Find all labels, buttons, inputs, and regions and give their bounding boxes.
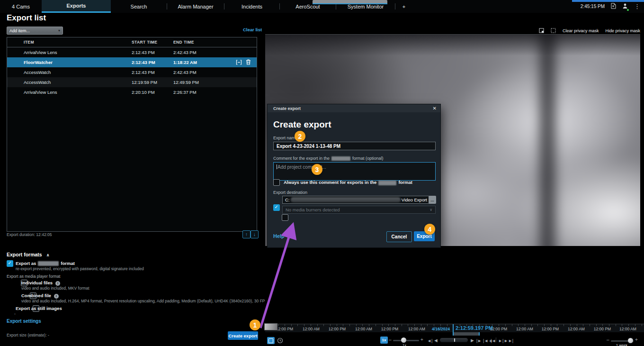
timeline-tick-label: 12:00 AM [516, 327, 533, 331]
timeline-tick-label: 12:00 PM [329, 327, 346, 331]
overflow-menu-icon[interactable]: ⋮ [634, 4, 640, 9]
table-row[interactable]: ArrivalView Lens 2:20:10 PM 2:26:37 PM [7, 87, 257, 97]
column-header-end[interactable]: END TIME [173, 40, 194, 45]
add-item-dropdown[interactable]: Add item... ▾ [7, 27, 63, 35]
tab-label: Exports [67, 3, 86, 9]
playback-speed-button[interactable]: 1x [380, 337, 388, 344]
individual-files-text: Individual files [21, 280, 53, 285]
info-icon[interactable]: i [54, 294, 59, 299]
timeline-tick-label: 12:00 PM [381, 327, 398, 331]
tab-label: AeroScout [295, 4, 320, 9]
notification-bar-edge [572, 0, 644, 2]
table-row[interactable]: AccessWatch 12:19:59 PM 12:49:59 PM [7, 77, 257, 87]
create-export-dialog: Create export ✕ Create export Export nam… [268, 104, 440, 247]
edit-time-span-icon[interactable] [236, 60, 242, 66]
table-row[interactable]: AccessWatch 2:12:43 PM 2:42:43 PM [7, 67, 257, 77]
comment-label-post: format (optional) [352, 156, 384, 161]
tab-exports[interactable]: Exports [42, 0, 111, 13]
destination-path-prefix: C: [285, 197, 290, 202]
speed-minus-icon[interactable]: – [389, 337, 392, 342]
destination-path-checkbox[interactable] [273, 204, 280, 211]
export-status-icon[interactable] [610, 2, 617, 11]
clear-list-link[interactable]: Clear list [243, 27, 262, 32]
row-end-cell: 2:42:43 PM [173, 50, 197, 55]
dialog-titlebar[interactable]: Create export ✕ [268, 104, 440, 112]
timeline-tick-label: 12:00 AM [303, 327, 320, 331]
help-link[interactable]: Help [273, 233, 285, 239]
comment-label: Comment for the export in theformat (opt… [273, 156, 384, 161]
next-frame-button[interactable]: |► [476, 338, 482, 343]
always-label-post: format [398, 180, 412, 185]
speed-slider-knob[interactable] [401, 337, 406, 343]
move-item-up-button[interactable]: ↑ [242, 230, 250, 238]
timeline-view-toggle-button[interactable] [267, 337, 275, 344]
draw-privacy-mask-icon[interactable] [539, 27, 544, 35]
still-images-desc: - [14, 311, 16, 316]
export-formats-header[interactable]: Export formats ∧ [7, 252, 50, 257]
create-export-button[interactable]: Create export [228, 331, 258, 340]
cancel-button[interactable]: Cancel [386, 231, 412, 242]
tab-alarm-manager[interactable]: Alarm Manager [167, 0, 224, 13]
row-end-cell: 2:42:43 PM [173, 70, 197, 75]
plus-icon: + [402, 4, 405, 9]
timeline-zoom-slider-knob[interactable] [628, 338, 633, 343]
row-start-cell: 2:12:43 PM [132, 70, 155, 75]
dialog-heading: Create export [273, 119, 331, 130]
hide-privacy-mask-button[interactable]: Hide privacy mask [605, 28, 640, 33]
tab-incidents[interactable]: Incidents [224, 0, 279, 13]
info-icon[interactable]: i [55, 281, 60, 286]
delete-item-icon[interactable] [246, 59, 251, 66]
user-profile-icon[interactable] [622, 2, 628, 11]
timeline-selection-bracket[interactable] [453, 332, 480, 336]
next-sequence-button[interactable]: ►| [498, 338, 503, 343]
erase-privacy-mask-icon[interactable] [551, 27, 556, 35]
tab-search[interactable]: Search [111, 0, 167, 13]
row-start-cell: 2:12:43 PM [132, 60, 155, 65]
export-duration-label: Export duration: 12:42:05 [7, 232, 52, 237]
export-name-input[interactable]: Export 4-23-2024 1-13-48 PM [273, 142, 436, 150]
timeline-tick-label: 12:00 AM [568, 327, 585, 331]
previous-sequence-button[interactable]: |◄ [491, 338, 496, 343]
speed-plus-icon[interactable]: + [420, 337, 423, 342]
browse-destination-button[interactable]: ... [429, 196, 436, 204]
column-header-item[interactable]: ITEM [24, 40, 34, 45]
redacted-format-name [378, 181, 396, 185]
timeline-zoom-in-icon[interactable]: + [635, 337, 638, 342]
column-header-start[interactable]: START TIME [132, 40, 157, 45]
table-row[interactable]: ArrivalView Lens 2:12:43 PM 2:42:43 PM [7, 47, 257, 57]
time-selection-mode-icon[interactable] [277, 337, 283, 346]
play-backward-button[interactable]: ◄ [433, 337, 438, 343]
row-start-cell: 2:20:10 PM [132, 90, 155, 95]
media-burner-checkbox[interactable] [282, 214, 288, 221]
timeline-zoom-out-icon[interactable]: – [607, 337, 609, 342]
shuttle-slider[interactable] [440, 338, 468, 342]
redacted-format-name [331, 156, 350, 161]
project-comment-textarea[interactable]: Add project comment... [273, 162, 436, 181]
combined-file-label: Combined filei [21, 293, 59, 299]
previous-frame-button[interactable]: ◄| [427, 338, 432, 343]
tab-label: Incidents [242, 4, 262, 9]
export-formats-title: Export formats [7, 252, 42, 257]
move-item-down-button[interactable]: ↓ [250, 230, 259, 238]
background-window-edge [313, 0, 387, 4]
table-row-selected[interactable]: FloorWatcher 2:12:43 PM 1:18:22 AM [7, 57, 257, 67]
timeline-ruler[interactable]: 12:00 PM 12:00 AM 12:00 PM 12:00 AM 12:0… [265, 324, 644, 332]
timeline-tick-label: 12:00 PM [542, 327, 559, 331]
row-start-cell: 2:12:43 PM [132, 50, 155, 55]
destination-path-input[interactable]: C: Video Export [282, 196, 430, 204]
format-xpt-checkbox[interactable] [7, 260, 13, 267]
close-icon[interactable]: ✕ [433, 106, 437, 111]
dialog-titlebar-text: Create export [273, 106, 301, 111]
last-sequence-button[interactable]: ►►| [504, 338, 513, 343]
timeline-current-time: 2:12:59.197 PM [456, 325, 493, 331]
row-item-cell: FloorWatcher [24, 60, 53, 65]
export-settings-link[interactable]: Export settings [7, 319, 41, 324]
clear-privacy-mask-button[interactable]: Clear privacy mask [563, 28, 599, 33]
media-burner-select[interactable]: No media burners detected ∨ [282, 206, 436, 214]
annotation-step-2: 2 [295, 131, 305, 142]
play-forward-button[interactable]: ► [470, 337, 475, 343]
add-tab-button[interactable]: + [395, 0, 412, 13]
row-end-cell: 1:18:22 AM [173, 60, 197, 65]
always-use-comment-checkbox[interactable] [273, 179, 280, 186]
tab-4-cams[interactable]: 4 Cams [0, 0, 42, 13]
